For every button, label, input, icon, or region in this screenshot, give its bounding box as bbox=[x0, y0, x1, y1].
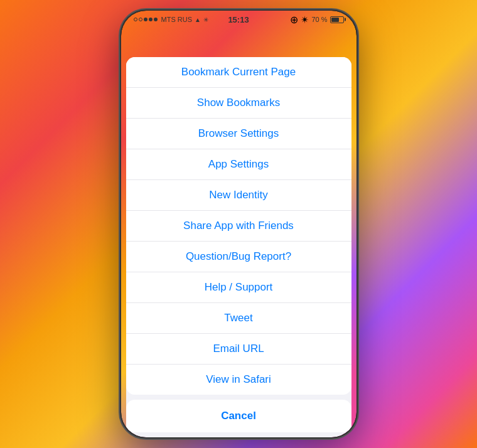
phone-frame: MTS RUS ▲ ✳ 15:13 ⊕ ✴ 70 % bbox=[121, 11, 356, 437]
signal-dots bbox=[134, 18, 158, 21]
battery-indicator bbox=[330, 16, 344, 23]
menu-item-email-url[interactable]: Email URL bbox=[126, 334, 351, 365]
menu-item-help-support[interactable]: Help / Support bbox=[126, 272, 351, 303]
menu-item-browser-settings[interactable]: Browser Settings bbox=[126, 119, 351, 149]
battery-percent: 70 % bbox=[311, 16, 327, 23]
signal-icon: ✳ bbox=[203, 16, 208, 23]
cancel-button[interactable]: Cancel bbox=[126, 400, 351, 432]
menu-item-new-identity[interactable]: New Identity bbox=[126, 180, 351, 211]
signal-dot-3 bbox=[144, 18, 147, 21]
status-right: ⊕ ✴ 70 % bbox=[290, 14, 343, 26]
menu-item-share-app[interactable]: Share App with Friends bbox=[126, 211, 351, 242]
menu-sheet: Bookmark Current Page Show Bookmarks Bro… bbox=[126, 57, 351, 437]
menu-item-bookmark-current[interactable]: Bookmark Current Page bbox=[126, 57, 351, 88]
carrier-text: MTS RUS bbox=[161, 16, 193, 23]
signal-dot-2 bbox=[139, 18, 142, 21]
signal-dot-1 bbox=[134, 18, 137, 21]
status-left: MTS RUS ▲ ✳ bbox=[134, 16, 208, 23]
menu-list: Bookmark Current Page Show Bookmarks Bro… bbox=[126, 57, 351, 395]
gps-icon: ⊕ bbox=[290, 14, 298, 26]
menu-item-bug-report[interactable]: Question/Bug Report? bbox=[126, 242, 351, 272]
signal-dot-4 bbox=[149, 18, 153, 21]
battery-body bbox=[330, 16, 344, 23]
menu-item-show-bookmarks[interactable]: Show Bookmarks bbox=[126, 88, 351, 119]
wifi-icon: ▲ bbox=[195, 16, 201, 23]
content-area: Bookmark Current Page Show Bookmarks Bro… bbox=[121, 28, 356, 437]
battery-fill bbox=[331, 18, 340, 22]
phone-screen: MTS RUS ▲ ✳ 15:13 ⊕ ✴ 70 % bbox=[121, 11, 356, 437]
bluetooth-icon: ✴ bbox=[301, 14, 309, 26]
signal-dot-5 bbox=[154, 18, 158, 21]
status-bar: MTS RUS ▲ ✳ 15:13 ⊕ ✴ 70 % bbox=[121, 11, 356, 28]
menu-item-view-safari[interactable]: View in Safari bbox=[126, 365, 351, 395]
status-time: 15:13 bbox=[228, 15, 249, 24]
menu-item-tweet[interactable]: Tweet bbox=[126, 303, 351, 334]
menu-item-app-settings[interactable]: App Settings bbox=[126, 149, 351, 180]
